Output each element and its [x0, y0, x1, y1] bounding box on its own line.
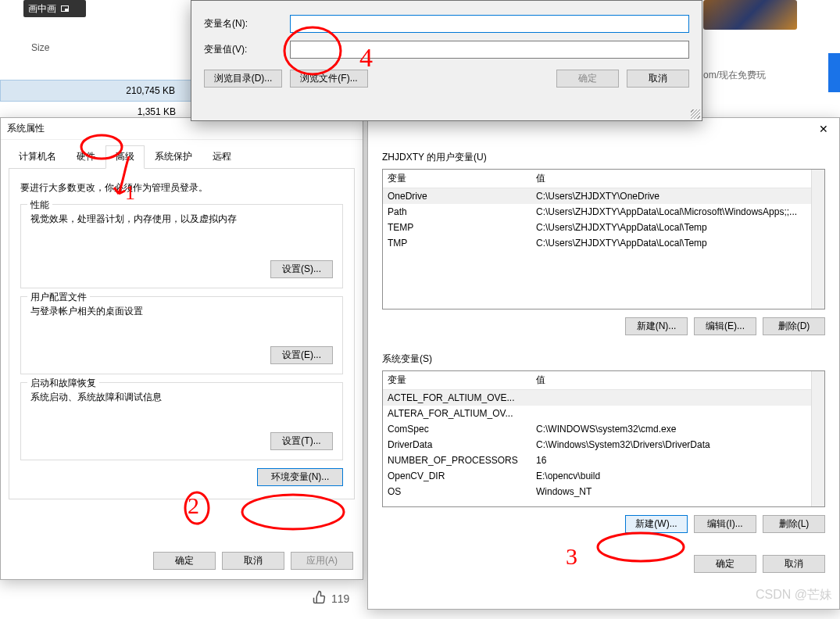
admin-note: 要进行大多数更改，你必须作为管理员登录。 [20, 181, 343, 195]
table-row[interactable]: ALTERA_FOR_ALTIUM_OV... [383, 406, 811, 421]
env-vars-button[interactable]: 环境变量(N)... [257, 468, 343, 486]
thumbs-up-icon [313, 590, 327, 607]
user-vars-label: ZHJDXTY 的用户变量(U) [382, 151, 825, 164]
apply-button[interactable]: 应用(A) [291, 552, 353, 570]
window-title: 系统属性 [7, 122, 45, 135]
user-delete-button[interactable]: 删除(D) [763, 317, 825, 335]
tabs: 计算机名 硬件 高级 系统保护 远程 [9, 145, 355, 169]
col-val[interactable]: 值 [531, 371, 811, 389]
free-play-link[interactable]: om/现在免费玩 [703, 69, 766, 82]
resize-grip[interactable] [691, 109, 700, 119]
pip-icon [61, 5, 69, 12]
ok-button[interactable]: 确定 [694, 555, 756, 573]
startup-settings-button[interactable]: 设置(T)... [270, 432, 333, 450]
table-row[interactable]: ComSpecC:\WINDOWS\system32\cmd.exe [383, 421, 811, 437]
group-title: 用户配置文件 [27, 291, 90, 304]
sys-vars-label: 系统变量(S) [382, 352, 825, 366]
titlebar: ✕ [368, 118, 839, 140]
like-count: 119 [331, 592, 349, 605]
file-row[interactable]: 210,745 KB [0, 80, 191, 102]
table-row[interactable]: TMPC:\Users\ZHJDXTY\AppData\Local\Temp [383, 235, 811, 251]
scrollbar[interactable] [811, 371, 824, 506]
profiles-settings-button[interactable]: 设置(E)... [270, 346, 333, 364]
table-row[interactable]: NUMBER_OF_PROCESSORS16 [383, 453, 811, 468]
pip-label: 画中画 [28, 2, 56, 16]
scrollbar[interactable] [811, 170, 824, 309]
watermark: CSDN @芒妹 [756, 587, 832, 603]
group-performance: 性能 视觉效果，处理器计划，内存使用，以及虚拟内存 设置(S)... [20, 204, 343, 288]
game-thumbnail[interactable] [703, 0, 797, 30]
col-var[interactable]: 变量 [383, 371, 531, 389]
sys-new-button[interactable]: 新建(W)... [625, 515, 688, 533]
table-row[interactable]: OSWindows_NT [383, 484, 811, 499]
col-var[interactable]: 变量 [383, 170, 531, 188]
table-row[interactable]: TEMPC:\Users\ZHJDXTY\AppData\Local\Temp [383, 220, 811, 235]
cancel-button[interactable]: 取消 [627, 70, 689, 88]
group-title: 性能 [27, 199, 52, 212]
size-header[interactable]: Size [0, 39, 191, 56]
var-value-input[interactable] [290, 41, 689, 59]
tab-remote[interactable]: 远程 [202, 145, 241, 169]
profiles-desc: 与登录帐户相关的桌面设置 [30, 305, 333, 318]
table-row[interactable]: PathC:\Users\ZHJDXTY\AppData\Local\Micro… [383, 204, 811, 220]
browse-dir-button[interactable]: 浏览目录(D)... [204, 70, 282, 88]
user-new-button[interactable]: 新建(N)... [625, 317, 688, 335]
var-value-label: 变量值(V): [204, 43, 290, 56]
cancel-button[interactable]: 取消 [763, 555, 825, 573]
tab-hardware[interactable]: 硬件 [66, 145, 105, 169]
tab-protection[interactable]: 系统保护 [145, 145, 202, 169]
sys-vars-list[interactable]: 变量 值 ACTEL_FOR_ALTIUM_OVE...ALTERA_FOR_A… [382, 370, 825, 507]
env-vars-dialog: ✕ ZHJDXTY 的用户变量(U) 变量 值 OneDriveC:\Users… [367, 117, 840, 610]
user-edit-button[interactable]: 编辑(E)... [694, 317, 756, 335]
like-widget[interactable]: 119 [313, 590, 349, 607]
sys-delete-button[interactable]: 删除(L) [763, 515, 825, 533]
var-name-label: 变量名(N): [204, 17, 290, 30]
table-row[interactable]: OneDriveC:\Users\ZHJDXTY\OneDrive [383, 188, 811, 204]
table-row[interactable]: DriverDataC:\Windows\System32\Drivers\Dr… [383, 437, 811, 453]
col-val[interactable]: 值 [531, 170, 811, 188]
browse-file-button[interactable]: 浏览文件(F)... [290, 70, 368, 88]
tab-advanced[interactable]: 高级 [105, 145, 145, 169]
ok-button[interactable]: 确定 [153, 552, 216, 570]
startup-desc: 系统启动、系统故障和调试信息 [30, 391, 333, 404]
user-vars-list[interactable]: 变量 值 OneDriveC:\Users\ZHJDXTY\OneDrivePa… [382, 169, 825, 310]
group-title: 启动和故障恢复 [27, 377, 99, 390]
cancel-button[interactable]: 取消 [222, 552, 284, 570]
titlebar: 系统属性 [1, 118, 363, 140]
perf-desc: 视觉效果，处理器计划，内存使用，以及虚拟内存 [30, 213, 333, 226]
tab-computer-name[interactable]: 计算机名 [9, 145, 66, 169]
blue-button-fragment[interactable] [828, 53, 840, 92]
sys-edit-button[interactable]: 编辑(I)... [694, 515, 756, 533]
table-row[interactable]: ACTEL_FOR_ALTIUM_OVE... [383, 390, 811, 406]
table-row[interactable]: OpenCV_DIRE:\opencv\build [383, 468, 811, 484]
var-name-input[interactable] [290, 15, 689, 33]
close-icon[interactable]: ✕ [808, 118, 839, 140]
sys-props-dialog: 系统属性 计算机名 硬件 高级 系统保护 远程 要进行大多数更改，你必须作为管理… [0, 117, 363, 580]
group-profiles: 用户配置文件 与登录帐户相关的桌面设置 设置(E)... [20, 296, 343, 374]
new-var-dialog: 变量名(N): 变量值(V): 浏览目录(D)... 浏览文件(F)... 确定… [191, 0, 702, 121]
perf-settings-button[interactable]: 设置(S)... [270, 260, 333, 278]
ok-button[interactable]: 确定 [556, 70, 619, 88]
group-startup: 启动和故障恢复 系统启动、系统故障和调试信息 设置(T)... [20, 382, 343, 460]
explorer-toolbar: 画中画 [23, 0, 86, 17]
